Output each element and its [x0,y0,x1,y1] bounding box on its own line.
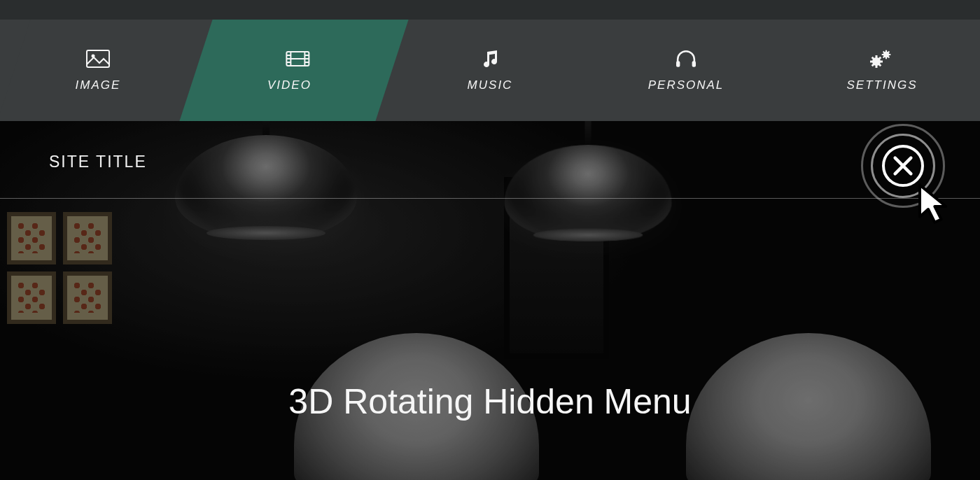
menu-label: PERSONAL [648,78,724,92]
menu-item-image[interactable]: IMAGE [0,20,196,121]
menu-label: MUSIC [468,78,513,92]
menu-label: VIDEO [267,78,312,92]
menu-item-settings[interactable]: SETTINGS [784,20,980,121]
gears-icon [869,49,895,69]
divider [0,198,980,199]
menu-item-personal[interactable]: PERSONAL [588,20,784,121]
page-content: SITE TITLE 3D Rotating Hidden Menu [0,121,980,480]
menu-label: SETTINGS [846,78,917,92]
menu-label: IMAGE [76,78,121,92]
svg-rect-10 [676,61,680,67]
header-row: SITE TITLE [49,148,938,176]
image-icon [85,49,111,69]
menu-item-music[interactable]: MUSIC [392,20,588,121]
close-menu-button[interactable] [861,124,945,208]
music-icon [477,49,503,69]
svg-rect-0 [87,50,109,67]
hero-title: 3D Rotating Hidden Menu [288,381,691,422]
main-menu: IMAGE VIDEO MUSIC [0,20,980,121]
top-strip [0,0,980,20]
close-icon [882,145,924,187]
headphones-icon [673,49,699,69]
menu-item-video[interactable]: VIDEO [179,20,408,121]
svg-rect-11 [692,61,696,67]
site-title: SITE TITLE [49,153,147,171]
cursor-icon [914,181,959,226]
video-icon [286,49,311,69]
